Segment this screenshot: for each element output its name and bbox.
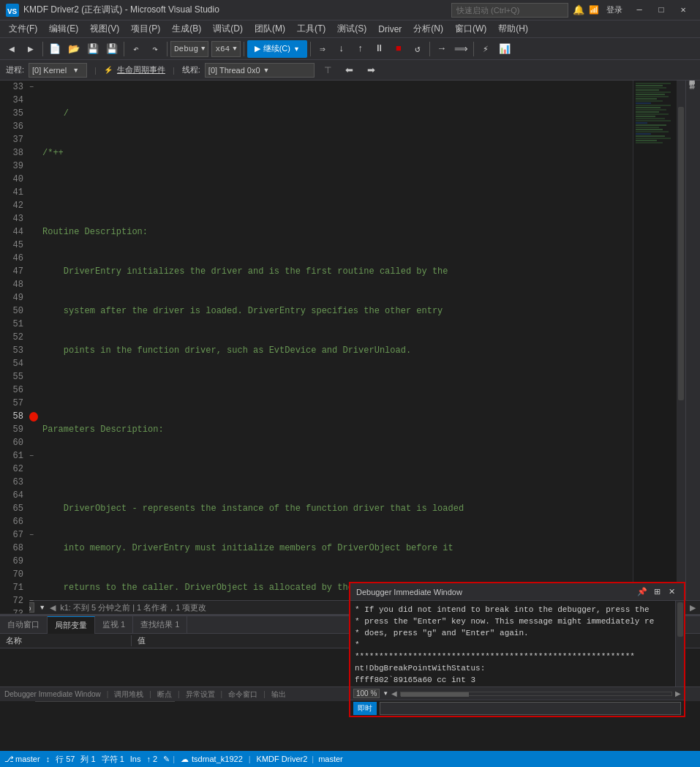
login-button[interactable]: 登录 — [606, 4, 622, 15]
panel-tab-watch1[interactable]: 监视 1 — [95, 616, 133, 634]
performance-btn[interactable]: ⚡ — [477, 40, 494, 58]
editor-vscrollbar-thumb[interactable] — [678, 107, 684, 400]
zoom-arrow[interactable]: ▼ — [39, 604, 45, 611]
breakpoint-marker[interactable] — [29, 410, 38, 423]
restart-button[interactable]: ↺ — [409, 40, 426, 58]
debugger-close-button[interactable]: ✕ — [665, 585, 678, 599]
continue-button[interactable]: ▶ 继续(C) ▼ — [247, 40, 307, 58]
forward-button[interactable]: ▶ — [22, 40, 39, 58]
status-row[interactable]: 行 57 — [56, 754, 75, 765]
status-user[interactable]: tsdrnat_k1922 — [192, 755, 243, 763]
debugger-dock-button[interactable]: ⊞ — [650, 585, 663, 599]
step-over-button[interactable]: ⇒ — [314, 40, 331, 58]
thread-dropdown[interactable]: [0] Thread 0x0 ▼ — [205, 63, 315, 78]
menu-project[interactable]: 项目(P) — [125, 20, 166, 37]
debugger-vscrollbar-thumb[interactable] — [677, 602, 683, 637]
solution-explorer-icon[interactable]: 解决方案资源管理器 — [688, 83, 699, 86]
back-button[interactable]: ◀ — [3, 40, 20, 58]
stop-button[interactable]: ■ — [390, 40, 407, 58]
step-out-button[interactable]: ↑ — [352, 40, 369, 58]
new-project-button[interactable]: 📄 — [46, 40, 64, 58]
window-controls: ─ □ ✕ — [628, 0, 694, 20]
debugger-hscrollbar[interactable] — [400, 692, 672, 696]
bottom-info-output[interactable]: 输出 — [271, 689, 286, 700]
status-char[interactable]: 字符 1 — [102, 754, 124, 765]
toolbar-separator-5 — [310, 42, 311, 56]
panel-tab-find[interactable]: 查找结果 1 — [133, 616, 187, 634]
filter-icon[interactable]: ⊤ — [319, 61, 336, 79]
menu-test[interactable]: 测试(S) — [331, 20, 372, 37]
debugger-vscrollbar[interactable] — [675, 601, 684, 686]
close-button[interactable]: ✕ — [672, 0, 694, 20]
process-dropdown[interactable]: [0] Kernel ▼ — [29, 63, 87, 78]
debugger-line-7: ffff802`89165a60 cc int 3 — [355, 674, 671, 686]
team-explorer-icon[interactable]: 团队资源管理器 — [688, 88, 699, 91]
pause-button[interactable]: ⏸ — [371, 40, 388, 58]
menu-view[interactable]: 视图(V) — [84, 20, 125, 37]
status-git-icon[interactable]: ⎇ — [4, 755, 14, 764]
menu-help[interactable]: 帮助(H) — [492, 20, 534, 37]
thread-btn-1[interactable]: ⬅ — [341, 61, 358, 79]
status-sync-icon[interactable]: ↕ — [46, 755, 50, 763]
status-project[interactable]: KMDF Driver2 — [257, 755, 308, 763]
nav-icon-right-3[interactable]: ▶ — [690, 603, 696, 613]
debugger-input-label[interactable]: 即时 — [353, 702, 377, 715]
fold-marker-2[interactable]: − — [29, 449, 38, 463]
debug-more-1[interactable]: → — [433, 40, 451, 58]
debugger-scroll-right[interactable]: ▶ — [675, 689, 681, 697]
debugger-zoom-arrow[interactable]: ▼ — [383, 690, 388, 697]
menu-debug[interactable]: 调试(D) — [207, 20, 249, 37]
bottom-info-cmdwindow[interactable]: 命令窗口 — [228, 689, 257, 700]
bottom-info-sep5: | — [263, 690, 266, 698]
menu-build[interactable]: 生成(B) — [166, 20, 207, 37]
thread-btn-2[interactable]: ➡ — [363, 61, 380, 79]
menu-tools[interactable]: 工具(T) — [291, 20, 331, 37]
redo-button[interactable]: ↷ — [146, 40, 164, 58]
status-insert[interactable]: Ins — [130, 755, 141, 763]
quick-launch-input[interactable] — [451, 3, 568, 18]
bottom-info-debugger[interactable]: Debugger Immediate Window — [4, 690, 101, 698]
debug-more-2[interactable]: ⟹ — [452, 40, 470, 58]
code-content[interactable]: / /*++ Routine Description: DriverEntry … — [39, 81, 627, 613]
status-branch[interactable]: master — [15, 755, 40, 763]
menu-driver[interactable]: Driver — [372, 20, 407, 37]
maximize-button[interactable]: □ — [650, 0, 672, 20]
menu-file[interactable]: 文件(F) — [3, 20, 43, 37]
minimap — [633, 81, 677, 613]
bottom-info-exceptions[interactable]: 异常设置 — [186, 689, 215, 700]
panel-tab-locals[interactable]: 局部变量 — [48, 616, 95, 634]
status-cloud-icon[interactable]: ☁ — [181, 755, 189, 764]
menu-team[interactable]: 团队(M) — [249, 20, 291, 37]
status-col[interactable]: 列 1 — [80, 754, 95, 765]
debugger-scroll-left[interactable]: ◀ — [391, 689, 397, 697]
editor-vscrollbar[interactable] — [677, 81, 685, 613]
debugger-hscrollbar-thumb[interactable] — [401, 692, 468, 697]
save-all-button[interactable]: 💾 — [103, 40, 121, 58]
menu-window[interactable]: 窗口(W) — [449, 20, 492, 37]
diag-btn[interactable]: 📊 — [496, 40, 513, 58]
menu-analyze[interactable]: 分析(N) — [407, 20, 449, 37]
lifecycle-label[interactable]: 生命周期事件 — [117, 64, 165, 75]
fold-marker-3[interactable]: − — [29, 528, 38, 542]
nav-icon-left[interactable]: ◀ — [50, 603, 56, 613]
platform-dropdown[interactable]: x64 ▼ — [211, 41, 240, 57]
debugger-pin-button[interactable]: 📌 — [636, 585, 649, 599]
undo-button[interactable]: ↶ — [127, 40, 145, 58]
fold-marker-1[interactable]: − — [29, 81, 38, 94]
debugger-zoom-value[interactable]: 100 % — [353, 689, 380, 698]
save-button[interactable]: 💾 — [84, 40, 102, 58]
editor-area[interactable]: 33 34 35 36 37 38 39 40 41 42 43 44 45 4… — [0, 81, 685, 613]
fold-marker-4[interactable]: − — [29, 594, 38, 607]
bottom-info-callstack[interactable]: 调用堆栈 — [114, 689, 143, 700]
code-line — [39, 384, 627, 397]
properties-icon[interactable]: 属性 — [688, 92, 699, 95]
debugger-input-field[interactable] — [380, 702, 681, 715]
minimize-button[interactable]: ─ — [628, 0, 650, 20]
panel-tab-auto[interactable]: 自动窗口 — [0, 616, 48, 634]
bottom-info-breakpoints[interactable]: 断点 — [157, 689, 172, 700]
menu-edit[interactable]: 编辑(E) — [43, 20, 84, 37]
status-bar: ⎇ master ↕ 行 57 列 1 字符 1 Ins ↑ 2 ✎ | ☁ t… — [0, 751, 700, 767]
step-into-button[interactable]: ↓ — [333, 40, 350, 58]
open-button[interactable]: 📂 — [65, 40, 83, 58]
debug-config-dropdown[interactable]: Debug ▼ — [170, 41, 208, 57]
